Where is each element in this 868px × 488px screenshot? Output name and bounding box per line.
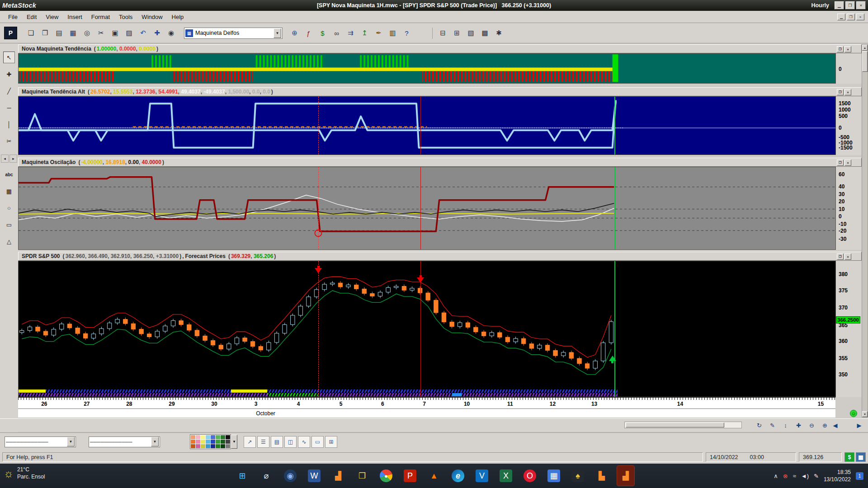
- color-swatch[interactable]: [226, 440, 230, 444]
- color-swatch[interactable]: [211, 435, 215, 439]
- browser-icon[interactable]: O: [521, 465, 539, 486]
- menu-item[interactable]: Format: [87, 12, 114, 22]
- combo-dropdown-icon[interactable]: ▼: [67, 437, 75, 446]
- color-swatch[interactable]: [196, 435, 200, 439]
- pdf-icon[interactable]: P: [401, 465, 419, 486]
- trendline-tool[interactable]: ╱: [3, 85, 15, 97]
- cut-button[interactable]: ✂: [94, 27, 108, 39]
- color-swatch[interactable]: [206, 444, 210, 448]
- vertical-scroll-thumb[interactable]: [862, 51, 868, 72]
- color-swatch[interactable]: [211, 444, 215, 448]
- panel-restore-button[interactable]: ❐: [837, 160, 844, 166]
- line-style-combobox[interactable]: ──────────── ▼: [5, 436, 76, 447]
- scroll-up-button[interactable]: ▲: [862, 45, 868, 51]
- vlc-icon[interactable]: ▲: [425, 465, 443, 486]
- panel-close-button[interactable]: ×: [844, 89, 851, 95]
- palette-dropdown-icon[interactable]: ▼: [231, 435, 237, 449]
- pan-button[interactable]: ✚: [793, 420, 804, 430]
- horizontal-scroll-thumb[interactable]: [626, 422, 724, 427]
- power-console-button[interactable]: P: [4, 27, 17, 39]
- calculator-icon[interactable]: ▦: [545, 465, 563, 486]
- menu-item[interactable]: File: [4, 12, 22, 22]
- color-swatch[interactable]: [191, 435, 195, 439]
- weather-widget[interactable]: ☼ 21°C Parc. Ensol: [4, 466, 45, 480]
- scroll-left-button[interactable]: ◂: [1, 155, 9, 163]
- panel-close-button[interactable]: ×: [844, 253, 851, 260]
- zoom-button[interactable]: ◉: [165, 27, 178, 39]
- tendencia-alt-scale[interactable]: 150010005000-500-1000-1500: [835, 96, 862, 155]
- new-chart-button[interactable]: ❏: [24, 27, 38, 39]
- template-combobox[interactable]: ▦ Maquineta Delfos ▼: [184, 28, 283, 39]
- print-preview-button[interactable]: ◎: [80, 27, 94, 39]
- word-icon[interactable]: W: [305, 465, 323, 486]
- menu-item[interactable]: View: [41, 12, 63, 22]
- explorer-button[interactable]: ▥: [386, 27, 399, 39]
- start-button[interactable]: ⊞: [233, 465, 251, 486]
- ellipse-tool[interactable]: ○: [3, 202, 15, 214]
- chart-status-icon[interactable]: ▦: [856, 452, 866, 462]
- tendencia-alt-plot[interactable]: [18, 96, 835, 155]
- color-swatch[interactable]: [226, 444, 230, 448]
- tray-alert-icon[interactable]: ⊗: [783, 473, 788, 479]
- color-swatch[interactable]: [201, 440, 205, 444]
- dollar-status-icon[interactable]: $: [844, 452, 854, 462]
- panel-close-button[interactable]: ×: [844, 46, 851, 52]
- triangle-tool[interactable]: △: [3, 235, 15, 247]
- color-swatch[interactable]: [206, 440, 210, 444]
- refresh-button[interactable]: ↻: [754, 420, 764, 430]
- chrome-icon[interactable]: ●: [377, 465, 395, 486]
- tendencia-scale[interactable]: 0: [835, 53, 862, 84]
- undo-button[interactable]: ↶: [137, 27, 150, 39]
- tray-wifi-icon[interactable]: ≈: [793, 473, 796, 479]
- restore-button[interactable]: ❐: [845, 1, 855, 9]
- scroll-right-button[interactable]: ▸: [9, 155, 17, 163]
- file-explorer-icon[interactable]: ❒: [353, 465, 371, 486]
- pointer-move-button[interactable]: ✚: [151, 27, 164, 39]
- vertical-scrollbar[interactable]: ▲ ▼: [862, 44, 868, 418]
- arrange-icons-button[interactable]: ▩: [478, 27, 491, 39]
- color-swatch[interactable]: [221, 435, 225, 439]
- vertical-line-tool[interactable]: │: [3, 118, 15, 130]
- color-swatch[interactable]: [201, 435, 205, 439]
- crosshair-tool[interactable]: ✚: [3, 68, 15, 80]
- menu-item[interactable]: Help: [167, 12, 189, 22]
- edge-icon[interactable]: e: [449, 465, 467, 486]
- candlestick-style-button[interactable]: ▤: [271, 436, 283, 448]
- color-swatch[interactable]: [216, 444, 220, 448]
- metastock-pro-icon[interactable]: ▙: [593, 465, 611, 486]
- price-scale[interactable]: 380375370365360355350 366.2500: [835, 261, 862, 397]
- rectangle-tool[interactable]: ▭: [3, 219, 15, 230]
- close-button[interactable]: ×: [856, 1, 866, 9]
- panel-close-button[interactable]: ×: [844, 160, 851, 166]
- system-tester-button[interactable]: ✒: [372, 27, 385, 39]
- tray-pen-icon[interactable]: ✎: [814, 473, 819, 479]
- color-swatch[interactable]: [216, 435, 220, 439]
- combo-dropdown-icon[interactable]: ▼: [274, 28, 281, 38]
- color-swatch[interactable]: [226, 435, 230, 439]
- horizontal-line-tool[interactable]: ─: [3, 102, 15, 113]
- color-swatch[interactable]: [196, 444, 200, 448]
- color-swatch[interactable]: [201, 444, 205, 448]
- metastock-active-icon[interactable]: ▟: [617, 465, 635, 486]
- pointer-tool[interactable]: ↖: [3, 52, 15, 63]
- scroll-chart-right-button[interactable]: ▶: [854, 420, 864, 430]
- notification-badge[interactable]: 1: [856, 472, 863, 480]
- color-swatch[interactable]: [211, 440, 215, 444]
- child-minimize-button[interactable]: ▁: [837, 14, 845, 20]
- panel-restore-button[interactable]: ❐: [837, 89, 844, 95]
- enhanced-explorer-button[interactable]: ∞: [330, 27, 343, 39]
- wave-style-button[interactable]: ∿: [298, 436, 310, 448]
- layout-style-button[interactable]: ◫: [284, 436, 297, 448]
- zoom-in-button[interactable]: ⊕: [820, 420, 830, 430]
- game-icon[interactable]: ♠: [569, 465, 587, 486]
- color-swatch[interactable]: [206, 435, 210, 439]
- horizontal-scrollbar[interactable]: [624, 422, 742, 428]
- color-swatch[interactable]: [221, 444, 225, 448]
- tile-columns-button[interactable]: ⊞: [450, 27, 463, 39]
- grid-style-button[interactable]: ⊞: [325, 436, 337, 448]
- cascade-windows-button[interactable]: ▧: [464, 27, 477, 39]
- trendline-style-button[interactable]: ↗: [244, 436, 256, 448]
- chart-app-icon[interactable]: ▟: [329, 465, 347, 486]
- menu-item[interactable]: Edit: [22, 12, 41, 22]
- oscilacao-plot[interactable]: [18, 167, 835, 250]
